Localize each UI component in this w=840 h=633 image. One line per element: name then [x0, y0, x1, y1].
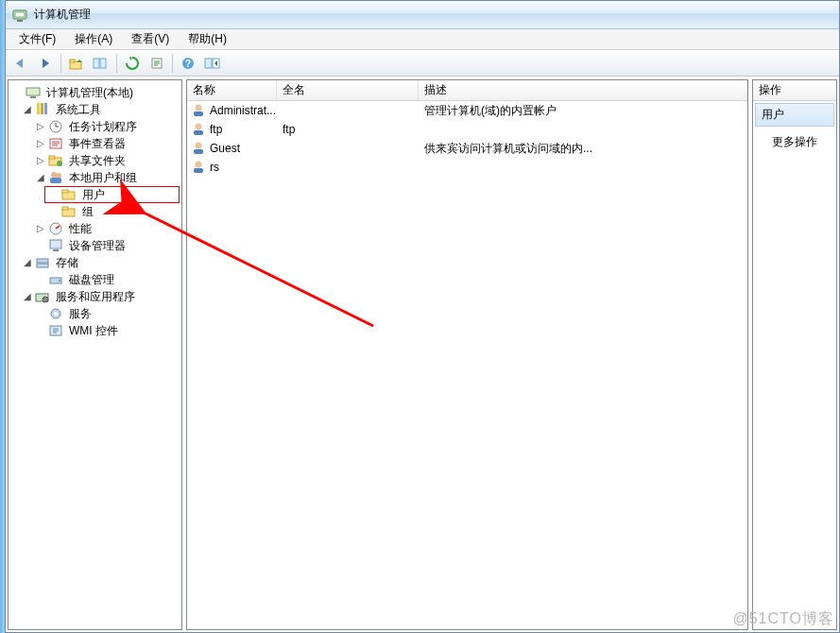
tools-icon: [35, 102, 50, 117]
svg-point-21: [57, 161, 62, 166]
services-apps-icon: [35, 289, 50, 304]
svg-rect-26: [62, 190, 68, 193]
cell-name: rs: [210, 161, 219, 174]
toolbar: ?: [6, 50, 839, 77]
svg-rect-42: [194, 111, 203, 116]
tree-label: WMI 控件: [67, 322, 120, 339]
tree-label: 服务: [67, 305, 94, 322]
forward-button[interactable]: [34, 53, 57, 74]
tree-panel: ▸ 计算机管理(本地) ◢ 系统工具 ▷ 任务计划程序: [8, 79, 182, 630]
expander-icon[interactable]: ▷: [35, 138, 46, 149]
svg-point-43: [196, 124, 202, 130]
user-icon: [191, 103, 206, 118]
list-header: 名称 全名 描述: [187, 80, 747, 101]
export-button[interactable]: [146, 53, 168, 74]
user-row[interactable]: Guest供来宾访问计算机或访问域的内...: [187, 139, 747, 158]
svg-rect-5: [94, 59, 99, 68]
help-button[interactable]: ?: [177, 53, 199, 74]
svg-rect-33: [37, 264, 48, 267]
disk-icon: [48, 272, 63, 287]
tree-root[interactable]: ▸ 计算机管理(本地): [12, 84, 180, 101]
event-icon: [48, 136, 63, 151]
tree-label: 存储: [54, 254, 80, 271]
folder-icon: [61, 187, 77, 202]
tree-task-scheduler[interactable]: ▷ 任务计划程序: [12, 118, 180, 135]
menubar: 文件(F) 操作(A) 查看(V) 帮助(H): [6, 29, 839, 50]
tree-disk-management[interactable]: 磁盘管理: [12, 271, 180, 288]
svg-point-41: [196, 105, 202, 111]
tree-users[interactable]: 用户: [44, 186, 180, 203]
tree-services-apps[interactable]: ◢ 服务和应用程序: [12, 288, 180, 305]
expander-icon[interactable]: ◢: [22, 291, 33, 302]
col-name[interactable]: 名称: [187, 80, 277, 100]
col-description[interactable]: 描述: [419, 80, 747, 100]
app-icon: [11, 7, 28, 24]
svg-point-47: [196, 162, 202, 168]
nav-tree[interactable]: ▸ 计算机管理(本地) ◢ 系统工具 ▷ 任务计划程序: [9, 80, 181, 343]
tree-performance[interactable]: ▷ 性能: [12, 220, 180, 237]
tree-services[interactable]: 服务: [12, 305, 180, 322]
menu-file[interactable]: 文件(F): [9, 29, 65, 49]
cell-name: Administrat...: [210, 104, 276, 117]
svg-rect-13: [30, 96, 36, 98]
svg-rect-2: [17, 20, 23, 22]
svg-rect-48: [194, 168, 203, 173]
storage-icon: [35, 255, 50, 270]
perf-icon: [48, 221, 63, 236]
col-fullname[interactable]: 全名: [277, 80, 419, 100]
workarea: ▸ 计算机管理(本地) ◢ 系统工具 ▷ 任务计划程序: [6, 77, 839, 632]
expander-icon[interactable]: ▷: [35, 155, 46, 166]
show-hide-button[interactable]: [201, 53, 224, 74]
tree-groups[interactable]: 组: [12, 203, 180, 220]
tree-device-manager[interactable]: 设备管理器: [12, 237, 180, 254]
actions-section-title: 用户: [755, 103, 834, 127]
user-row[interactable]: Administrat...管理计算机(域)的内置帐户: [187, 101, 747, 120]
toolbar-separator: [116, 54, 117, 73]
back-button[interactable]: [9, 53, 32, 74]
titlebar: 计算机管理: [6, 1, 839, 29]
expander-icon[interactable]: ▷: [35, 223, 46, 234]
tree-label: 性能: [67, 220, 94, 237]
user-row[interactable]: rs: [187, 158, 747, 177]
svg-point-37: [43, 297, 48, 302]
tree-shared-folders[interactable]: ▷ 共享文件夹: [12, 152, 180, 169]
svg-rect-24: [50, 178, 61, 183]
tree-storage[interactable]: ◢ 存储: [12, 254, 180, 271]
expander-icon[interactable]: ◢: [35, 172, 46, 183]
tree-system-tools[interactable]: ◢ 系统工具: [12, 101, 180, 118]
actions-panel: 操作 用户 更多操作: [752, 79, 837, 630]
svg-rect-44: [194, 130, 203, 135]
svg-rect-28: [62, 207, 68, 210]
tree-local-users-groups[interactable]: ◢ 本地用户和组: [12, 169, 180, 186]
action-more[interactable]: 更多操作: [753, 128, 836, 156]
up-button[interactable]: [65, 53, 88, 74]
list-body[interactable]: Administrat...管理计算机(域)的内置帐户ftpftpGuest供来…: [187, 101, 747, 629]
svg-point-22: [51, 172, 57, 178]
menu-help[interactable]: 帮助(H): [179, 29, 236, 49]
menu-action[interactable]: 操作(A): [65, 29, 122, 49]
expander-icon[interactable]: ▷: [35, 121, 46, 132]
tree-event-viewer[interactable]: ▷ 事件查看器: [12, 135, 180, 152]
tree-label: 事件查看器: [67, 135, 128, 152]
views-button[interactable]: [90, 53, 112, 74]
svg-rect-30: [50, 240, 61, 248]
tree-label: 计算机管理(本地): [44, 84, 135, 101]
tree-label: 磁盘管理: [67, 271, 116, 288]
user-icon: [191, 141, 206, 156]
computer-icon: [26, 85, 41, 100]
toolbar-separator: [60, 54, 61, 73]
svg-rect-16: [44, 103, 47, 114]
tree-label: 系统工具: [54, 101, 103, 118]
menu-view[interactable]: 查看(V): [122, 29, 179, 49]
toolbar-separator: [172, 54, 173, 73]
svg-rect-10: [205, 59, 212, 68]
user-row[interactable]: ftpftp: [187, 120, 747, 139]
expander-icon[interactable]: ◢: [22, 104, 33, 115]
shared-folder-icon: [48, 153, 63, 168]
user-icon: [191, 160, 206, 175]
tree-label: 本地用户和组: [67, 169, 139, 186]
tree-wmi[interactable]: WMI 控件: [12, 322, 180, 339]
refresh-button[interactable]: [121, 53, 144, 74]
gear-icon: [48, 306, 63, 321]
expander-icon[interactable]: ◢: [22, 257, 33, 268]
